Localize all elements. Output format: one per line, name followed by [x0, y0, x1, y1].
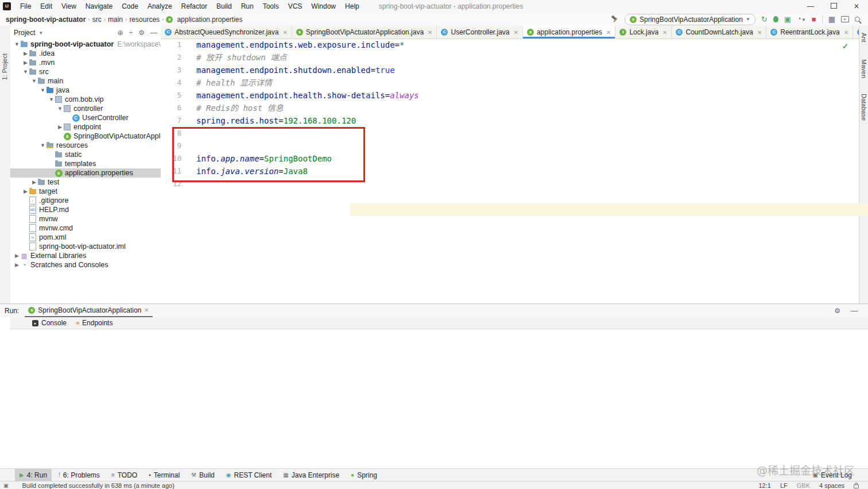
breadcrumb-item[interactable]: main — [108, 16, 123, 24]
editor-tab-lock.java[interactable]: ILock.java✕ — [615, 26, 672, 38]
tree-chevron-icon[interactable]: ▼ — [14, 41, 20, 47]
event-log-button[interactable]: ▣ Event Log — [813, 471, 868, 479]
editor-tab-application.properties[interactable]: sapplication.properties✕ — [523, 26, 615, 38]
tool-window-maven-button[interactable]: Maven — [861, 59, 867, 78]
menu-code[interactable]: Code — [117, 2, 143, 10]
run-configuration-select[interactable]: s SpringBootVipActuatorApplication ▼ — [625, 14, 755, 25]
build-hammer-icon[interactable] — [611, 16, 619, 24]
run-tab[interactable]: s SpringBootVipActuatorApplication ✕ — [25, 305, 152, 317]
tree-item-.idea[interactable]: ▶.idea — [10, 49, 161, 58]
tool-window-button-spring[interactable]: ●Spring — [346, 469, 382, 482]
editor-tab-reentrantlock.java[interactable]: CReentrantLock.java✕ — [766, 26, 853, 38]
tool-window-ant-button[interactable]: Ant — [861, 33, 867, 43]
settings-gear-icon[interactable]: ⚙ — [138, 29, 145, 37]
tree-chevron-icon[interactable]: ▶ — [57, 124, 63, 130]
tree-item-src[interactable]: ▼src — [10, 67, 161, 76]
tree-item-spring-boot-vip-actuator[interactable]: ▼spring-boot-vip-actuatorE:\workspace\Sp… — [10, 40, 161, 49]
caret-position[interactable]: 12:1 — [758, 482, 770, 489]
editor-tab-usercontroller.java[interactable]: CUserController.java✕ — [437, 26, 522, 38]
profiler-button[interactable]: ◔▼ — [797, 15, 806, 24]
menu-file[interactable]: File — [16, 2, 36, 10]
tree-chevron-icon[interactable]: ▶ — [22, 188, 29, 194]
run-button[interactable]: ↻ — [761, 16, 768, 24]
close-icon[interactable]: ✕ — [428, 29, 432, 36]
tree-item-mvnw.cmd[interactable]: mvnw.cmd — [10, 224, 161, 233]
tree-item-resources[interactable]: ▼resources — [10, 141, 161, 150]
breadcrumb-item[interactable]: spring-boot-vip-actuator — [6, 16, 86, 24]
tree-chevron-icon[interactable]: ▼ — [40, 87, 46, 93]
tree-item-java[interactable]: ▼java — [10, 86, 161, 95]
tree-item-application.properties[interactable]: sapplication.properties — [10, 168, 161, 178]
menu-help[interactable]: Help — [340, 2, 364, 10]
close-icon[interactable]: ✕ — [844, 29, 848, 36]
stop-button[interactable]: ■ — [812, 16, 816, 24]
tool-window-database-button[interactable]: Database — [861, 94, 867, 121]
tool-window-button-javaee[interactable]: ▦Java Enterprise — [278, 469, 344, 482]
breadcrumb-item[interactable]: resources — [129, 16, 160, 24]
menu-vcs[interactable]: VCS — [284, 2, 307, 10]
indent-setting[interactable]: 4 spaces — [819, 482, 844, 489]
coverage-button[interactable]: ▣ — [784, 16, 791, 24]
tree-item-main[interactable]: ▼main — [10, 76, 161, 86]
line-separator[interactable]: LF — [780, 482, 788, 489]
close-icon[interactable]: ✕ — [282, 29, 287, 36]
breadcrumb-item[interactable]: src — [92, 16, 102, 24]
tree-item-usercontroller[interactable]: CUserController — [10, 113, 161, 122]
project-structure-button[interactable]: ▦ — [828, 16, 835, 24]
run-anything-button[interactable]: ▸ — [841, 16, 849, 22]
tree-item-templates[interactable]: templates — [10, 159, 161, 168]
editor-tab-springbootvipactuatorapplication.java[interactable]: sSpringBootVipActuatorApplication.java✕ — [292, 26, 437, 38]
editor-tab-abstractownablesynchronizer.java[interactable]: CAbstractOwnableSynchronizer.java✕ — [853, 26, 859, 38]
tree-chevron-icon[interactable]: ▼ — [40, 143, 46, 148]
collapse-all-icon[interactable]: ÷ — [129, 29, 133, 37]
minimize-button[interactable]: — — [799, 0, 822, 13]
editor-tab-countdownlatch.java[interactable]: CCountDownLatch.java✕ — [672, 26, 766, 38]
tool-window-button-todo[interactable]: ≡TODO — [107, 469, 142, 482]
tree-chevron-icon[interactable]: ▶ — [22, 51, 29, 56]
menu-analyze[interactable]: Analyze — [143, 2, 177, 10]
tree-item-springbootvipactuatorapplication[interactable]: sSpringBootVipActuatorApplication — [10, 132, 161, 141]
tree-item-pom.xml[interactable]: mpom.xml — [10, 233, 161, 242]
menu-navigate[interactable]: Navigate — [81, 2, 117, 10]
breadcrumb-item[interactable]: application.properties — [177, 16, 242, 24]
run-view-tab-console[interactable]: ▸Console — [32, 319, 67, 327]
menu-edit[interactable]: Edit — [36, 2, 57, 10]
tool-window-button-build[interactable]: ⚒Build — [187, 469, 219, 482]
tree-item-static[interactable]: static — [10, 150, 161, 159]
hide-panel-icon[interactable]: — — [851, 307, 858, 315]
close-button[interactable]: ✕ — [845, 0, 868, 13]
tool-window-project-button[interactable]: 1: Project — [1, 53, 8, 80]
close-icon[interactable]: ✕ — [144, 307, 149, 313]
tree-chevron-icon[interactable]: ▼ — [48, 97, 55, 102]
maximize-button[interactable] — [822, 0, 845, 13]
tree-item-.gitignore[interactable]: ○.gitignore — [10, 196, 161, 205]
tree-chevron-icon[interactable]: ▶ — [14, 262, 20, 268]
close-icon[interactable]: ✕ — [757, 29, 762, 36]
project-view-select[interactable]: Project — [14, 29, 35, 37]
tree-item-target[interactable]: ▶target — [10, 187, 161, 196]
tree-chevron-icon[interactable]: ▶ — [14, 253, 20, 259]
settings-gear-icon[interactable]: ⚙ — [834, 307, 840, 315]
close-icon[interactable]: ✕ — [514, 29, 518, 36]
tool-window-button-terminal[interactable]: ▪Terminal — [144, 469, 184, 482]
tree-item-test[interactable]: ▶test — [10, 178, 161, 187]
tool-window-button-rest[interactable]: ◉REST Client — [222, 469, 277, 482]
tool-window-button-run[interactable]: ▶4: Run — [15, 469, 52, 482]
tree-item-mvnw[interactable]: mvnw — [10, 214, 161, 224]
menu-refactor[interactable]: Refactor — [177, 2, 212, 10]
menu-window[interactable]: Window — [307, 2, 340, 10]
editor-tab-abstractqueuedsynchronizer.java[interactable]: CAbstractQueuedSynchronizer.java✕ — [161, 26, 292, 38]
tree-chevron-icon[interactable]: ▶ — [22, 60, 29, 66]
menu-build[interactable]: Build — [212, 2, 237, 10]
tree-chevron-icon[interactable]: ▼ — [57, 106, 63, 111]
tree-chevron-icon[interactable]: ▶ — [31, 179, 37, 185]
search-everywhere-button[interactable] — [855, 17, 860, 22]
tree-item-external libraries[interactable]: ▶▥External Libraries — [10, 251, 161, 260]
close-icon[interactable]: ✕ — [606, 29, 611, 36]
menu-view[interactable]: View — [57, 2, 81, 10]
run-view-tab-endpoints[interactable]: ≈Endpoints — [76, 319, 113, 327]
file-encoding[interactable]: GBK — [797, 482, 810, 489]
tool-window-button-problems[interactable]: !6: Problems — [54, 469, 104, 482]
tool-window-toggle-icon[interactable]: ▣ — [3, 483, 9, 488]
tree-chevron-icon[interactable]: ▼ — [31, 78, 37, 84]
